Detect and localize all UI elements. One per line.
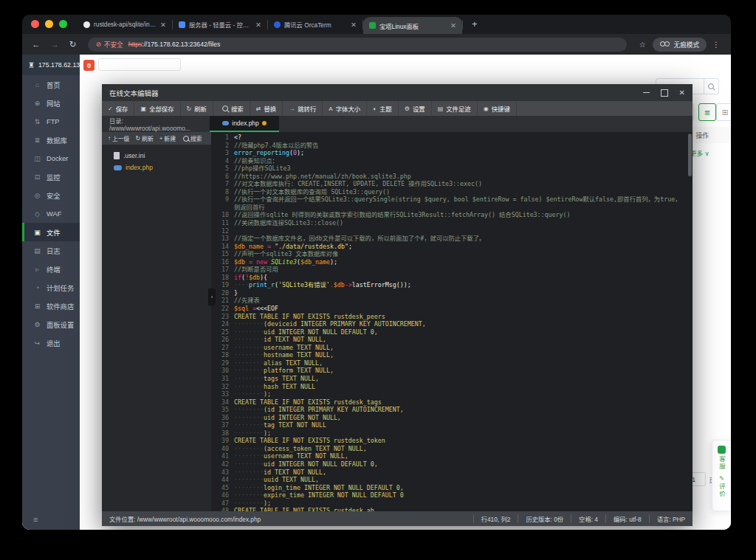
sidebar-item-cron[interactable]: ◔ 计划任务 — [22, 278, 80, 297]
toolbar-button-label: 刷新 — [194, 104, 207, 113]
code-line: 16 $db = new SQLite3($db_name); — [211, 258, 693, 266]
sidebar-item-website[interactable]: ⊕ 网站 — [22, 94, 80, 112]
panel-header[interactable]: ♜ 175.178.62.13 — [22, 55, 80, 75]
grid-view-button[interactable]: ⊞ — [716, 103, 731, 121]
editor-file-tab[interactable]: index.php — [210, 116, 279, 132]
sidebar-item-logs[interactable]: ▤ 日志 — [22, 241, 80, 260]
tree-refresh-button[interactable]: ↻ 刷新 — [132, 134, 156, 142]
theme-button[interactable]: ◐ 主题 — [367, 101, 399, 116]
editor-status-bar: 文件位置: /www/wwwroot/api.wooomooo.com/inde… — [102, 511, 693, 526]
path-input[interactable] — [98, 58, 181, 71]
code-line: 1 <? — [211, 134, 693, 142]
line-number: 25 — [211, 328, 234, 336]
code-line: 36 ········uid INTEGER NOT NULL, — [211, 414, 693, 422]
sidebar-item-security[interactable]: ◎ 安全 — [22, 186, 80, 204]
sidebar-item-appstore[interactable]: ⊞ 软件商店 — [22, 297, 80, 315]
code-text: //先建表 — [234, 297, 693, 305]
up-level-button[interactable]: ↑ 上一级 — [105, 134, 132, 142]
sidebar-item-settings[interactable]: ⚙ 面板设置 — [22, 315, 80, 333]
sidebar-item-logout[interactable]: ↪ 退出 — [22, 333, 80, 352]
back-button[interactable]: ← — [32, 40, 41, 49]
action-link[interactable]: 更多 ∨ — [690, 148, 709, 157]
code-editor[interactable]: 1 <? 2 //隐藏php7.4版本以后的警告 3 error_reporti… — [211, 132, 693, 511]
code-text: //执行一个查询并返回一个结果SQLite3::querySingle(stri… — [234, 196, 693, 211]
sidebar-item-docker[interactable]: ◫ Docker — [22, 149, 80, 167]
tree-file-row[interactable]: index.php — [102, 162, 211, 173]
sidebar-item-label: 计划任务 — [47, 283, 74, 293]
tab-title: 宝塔Linux面板 — [379, 21, 447, 30]
sidebar-collapse-icon[interactable]: ≡ — [33, 515, 38, 524]
search-icon — [183, 136, 189, 142]
sidebar-item-database[interactable]: ≣ 数据库 — [22, 131, 80, 149]
list-view-button[interactable]: ≣ — [698, 103, 716, 121]
search-icon[interactable] — [704, 79, 718, 94]
sidebar-item-monitor[interactable]: ⊡ 监控 — [22, 167, 80, 186]
reload-button[interactable]: ↻ — [69, 39, 77, 49]
tab-orcaterm[interactable]: 腾讯云 OrcaTerm ✕ — [268, 15, 362, 34]
address-bar[interactable]: ⊘ 不安全 https://175.178.62.13:23642/files — [88, 38, 627, 52]
tab-baota-panel[interactable]: 宝塔Linux面板 ✕ — [363, 17, 462, 34]
pencil-icon: ✎ — [719, 475, 724, 482]
terminal-icon: ▹ — [33, 266, 41, 273]
save-button[interactable]: ✓ 保存 — [102, 101, 134, 116]
save-all-button[interactable]: ▣ 全部保存 — [134, 101, 180, 116]
replace-button[interactable]: ⇄ 替换 — [250, 101, 283, 116]
shortcuts-button[interactable]: ◉ 快捷键 — [478, 101, 517, 116]
sidebar-item-waf[interactable]: ◇ WAF — [22, 204, 80, 223]
shortcut-icon: ◉ — [484, 106, 489, 112]
tab-close-icon[interactable]: ✕ — [160, 21, 166, 29]
close-icon[interactable]: ✕ — [679, 89, 685, 97]
scrollbar-thumb[interactable] — [688, 134, 692, 176]
editor-tab-strip: 目录: /www/wwwroot/api.wooomo... index.php — [102, 116, 693, 132]
maximize-icon[interactable] — [661, 89, 668, 97]
code-text: //隐藏php7.4版本以后的警告 — [234, 142, 693, 150]
settings-button[interactable]: ⚙ 设置 — [399, 101, 432, 116]
code-text: ····print_r('SQLite3有错误'.$db->lastErrorM… — [234, 281, 693, 289]
incognito-glasses-icon — [660, 42, 670, 46]
code-line: 38 ········); — [211, 429, 693, 438]
font-size-button[interactable]: A 字体大小 — [323, 101, 367, 116]
forward-button[interactable]: → — [51, 40, 60, 49]
minimize-icon[interactable] — [643, 92, 650, 93]
tab-lighthouse-console[interactable]: 服务器 - 轻量云 - 控制台 ✕ — [173, 15, 267, 34]
baota-logo-icon: ♜ — [28, 61, 35, 69]
traffic-light-minimize[interactable] — [45, 20, 53, 28]
bookmark-star-icon[interactable]: ☆ — [639, 41, 646, 49]
tab-close-icon[interactable]: ✕ — [351, 21, 357, 29]
sidebar-item-terminal[interactable]: ▹ 终端 — [22, 260, 80, 278]
code-line: 24 ········(deviceid INTEGER PRIMARY KEY… — [211, 320, 693, 328]
line-number: 16 — [211, 258, 234, 266]
toolbar-button-label: 文件足迹 — [446, 104, 471, 113]
refresh-button[interactable]: ↻ 刷新 — [181, 101, 213, 116]
goto-line-button[interactable]: → 跳转行 — [283, 101, 323, 116]
notification-badge[interactable]: 0 — [83, 60, 94, 71]
tab-rustdesk-api[interactable]: rustdesk-api/sqlite/index.php ✕ — [78, 15, 172, 34]
menu-dots-icon[interactable]: ⋮ — [712, 41, 721, 49]
code-line: 47 ········); — [211, 499, 693, 508]
new-file-button[interactable]: + 新建 — [157, 134, 179, 142]
code-text: ········id TEXT NOT NULL, — [234, 336, 693, 344]
code-line: 9 //执行一个查询并返回一个结果SQLite3::querySingle(st… — [211, 196, 693, 211]
tree-file-row[interactable]: .user.ini — [102, 150, 211, 162]
tab-close-icon[interactable]: ✕ — [450, 21, 456, 30]
line-number: 37 — [211, 421, 234, 429]
rate-label[interactable]: 评价 — [718, 483, 726, 497]
search-button[interactable]: 搜索 — [213, 101, 250, 116]
sidebar-item-files[interactable]: ▣ 文件 — [22, 223, 80, 241]
browser-toolbar: ← → ↻ ⊘ 不安全 https://175.178.62.13:23642/… — [22, 34, 731, 55]
tree-search-button[interactable]: 搜索 — [179, 134, 205, 142]
line-number: 10 — [211, 211, 234, 219]
support-widget[interactable]: 客服 ✎ 评价 — [712, 440, 731, 511]
tree-collapse-handle[interactable]: ‹ — [208, 288, 216, 305]
new-tab-button[interactable]: + — [472, 18, 478, 30]
security-badge[interactable]: ⊘ 不安全 — [96, 40, 123, 49]
tab-close-icon[interactable]: ✕ — [255, 21, 261, 29]
sidebar-item-home[interactable]: ⌂ 首页 — [22, 75, 80, 94]
support-label[interactable]: 客服 — [718, 456, 726, 470]
sidebar-item-ftp[interactable]: ⇅ FTP — [22, 112, 80, 131]
file-history-button[interactable]: ▤ 文件足迹 — [432, 101, 478, 116]
sidebar-item-label: 退出 — [47, 338, 61, 348]
traffic-light-close[interactable] — [31, 20, 39, 28]
editor-title-bar[interactable]: 在线文本编辑器 ✕ — [102, 84, 693, 101]
traffic-light-zoom[interactable] — [59, 20, 67, 28]
